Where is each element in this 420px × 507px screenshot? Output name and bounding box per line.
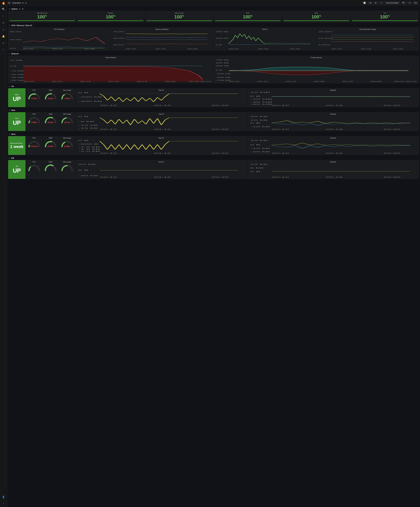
- uptime-card-5: LB 100%: [351, 11, 419, 22]
- svg-text:20:20: 20:20: [211, 129, 229, 130]
- svg-text:20:20: 20:20: [211, 153, 229, 154]
- uptime-trash-icon[interactable]: 🗑: [22, 8, 24, 10]
- disk-io-card: Disk IO 400 kB 200 kB 0 B 20:10 20:15 20…: [214, 27, 316, 51]
- svg-text:0 B: 0 B: [78, 116, 89, 117]
- db-ram-label: RAM: [49, 161, 52, 163]
- svg-text:20:15: 20:15: [155, 48, 166, 49]
- uptime-bar-1: [78, 20, 143, 21]
- uptime-section-header[interactable]: ▼ Uptime ⚙ 🗑: [8, 7, 419, 11]
- svg-text:-10 kB: -10 kB: [78, 125, 98, 126]
- chart-type-btn[interactable]: 📊: [362, 1, 367, 5]
- lb-nginx-status: Nginx UP: [8, 88, 26, 107]
- lb-ram-value: 15.92%: [48, 98, 54, 99]
- sidebar-icon-add[interactable]: +: [2, 14, 5, 18]
- svg-text:20:12: 20:12: [52, 81, 62, 82]
- lb-ram-label: RAM: [49, 89, 52, 91]
- tv-mode-btn[interactable]: 🖥: [368, 1, 372, 5]
- db-chevron: ▼: [9, 157, 10, 159]
- svg-text:0 B: 0 B: [78, 169, 89, 171]
- cpu-section-header[interactable]: ▼ CPU / Memory / Disk IO: [8, 23, 419, 27]
- uptime-card-label-0: 99systems.net: [9, 12, 75, 14]
- svg-text:20:10: 20:10: [272, 105, 289, 106]
- uptime-card-4: Web 100%: [282, 11, 350, 22]
- svg-text:-400 kB: -400 kB: [78, 101, 102, 102]
- lb-section-header[interactable]: ▼ LB: [8, 84, 419, 88]
- topbar-share[interactable]: ⇄: [25, 2, 27, 4]
- sidebar-icon-dashboards[interactable]: ⊞: [2, 21, 5, 25]
- svg-text:10 kB: 10 kB: [250, 120, 268, 121]
- svg-text:20:24: 20:24: [200, 81, 211, 82]
- db-section-header[interactable]: ▼ DB: [8, 156, 419, 160]
- svg-text:20:20: 20:20: [383, 176, 401, 178]
- topbar-star[interactable]: ★: [22, 2, 24, 4]
- svg-text:-10 kB: -10 kB: [250, 148, 270, 149]
- zoom-out-btn[interactable]: 🔍-: [401, 1, 406, 5]
- sidebar-icon-search[interactable]: 🔍: [1, 7, 6, 11]
- svg-text:-250 kB: -250 kB: [216, 73, 231, 75]
- grid-view-btn[interactable]: ⊞: [7, 1, 11, 5]
- sidebar-icon-user[interactable]: 👤: [1, 495, 6, 499]
- db-status-label: DB: [16, 165, 18, 167]
- dashboard-title: Overview: [12, 2, 21, 4]
- lb-disk-usage-label: Disk Usage: [63, 89, 71, 91]
- web-php-value: UP: [13, 120, 21, 126]
- db-disk-io-chart-card: Disk IO 20 kB 0 B -20 kB 20:10 20:15 20:…: [76, 160, 247, 179]
- sidebar-icon-alerts[interactable]: 🔔: [1, 34, 6, 39]
- lb-row: Nginx UP CPU 31.97% RAM: [8, 88, 419, 107]
- svg-text:10 MB: 10 MB: [10, 60, 22, 61]
- disk-io-chart: 400 kB 200 kB 0 B 20:10 20:15 20:20: [215, 31, 315, 49]
- db-section-label: DB: [11, 157, 14, 159]
- network-section-header[interactable]: ▼ Network: [8, 52, 419, 56]
- svg-text:5.00%: 5.00%: [319, 44, 330, 46]
- uptime-settings-icon[interactable]: ⚙: [19, 8, 21, 10]
- svg-text:20:15: 20:15: [326, 176, 343, 178]
- lb-ram-gauge-wrapper: 15.92%: [44, 92, 57, 99]
- svg-text:0 B: 0 B: [78, 140, 89, 141]
- svg-marker-31: [23, 66, 203, 81]
- sidebar-icon-shield[interactable]: 🛡: [1, 48, 6, 52]
- svg-text:-20 MB: -20 MB: [10, 74, 24, 75]
- rootfs-chart: 25.00% 15.00% 5.00% 20:10 20:15 20:20: [318, 31, 418, 49]
- public-network-card: Public Network 10 MB 0 B -10 MB -20 MB -…: [8, 56, 213, 83]
- svg-text:-20 kB: -20 kB: [250, 151, 270, 153]
- mem-disk-usage-gauge: Disk Usage 8.426%: [59, 136, 75, 155]
- settings-btn[interactable]: ⚙: [374, 1, 378, 5]
- db-cpu-gauge: CPU: [26, 160, 42, 179]
- refresh-interval-btn[interactable]: 10s: [413, 1, 418, 5]
- svg-text:20:10: 20:10: [100, 105, 117, 106]
- rootfs-title: Root Filesystem Usage: [318, 28, 418, 30]
- mem-disk-usage-gauge-wrapper: 8.426%: [61, 140, 74, 148]
- svg-text:20:20: 20:20: [383, 129, 401, 130]
- svg-text:20:20: 20:20: [187, 48, 197, 49]
- mem-memcached-value: 1 week: [10, 145, 23, 149]
- web-section-header[interactable]: ▼ Web: [8, 108, 419, 112]
- mem-memcached-label: Memcached Upti...: [10, 142, 23, 144]
- uptime-card-label-2: Memcached: [147, 12, 212, 14]
- refresh-btn[interactable]: ↻: [408, 1, 412, 5]
- cpu-charts-grid: CPU Utilization 80.0% 40.0% 0% 20:10: [8, 27, 419, 51]
- time-range-btn[interactable]: Last 15 minutes: [385, 1, 400, 5]
- web-network-chart-card: Network 20 kB 10 kB 0 B -10 kB 20:10 20:…: [248, 112, 419, 131]
- sidebar-icon-help[interactable]: ?: [2, 501, 5, 506]
- kiosk-btn[interactable]: ⛶: [379, 1, 383, 5]
- svg-text:20:12: 20:12: [257, 81, 268, 82]
- lb-ram-gauge: RAM 15.92%: [43, 88, 59, 107]
- svg-text:10 kB: 10 kB: [250, 164, 268, 165]
- sidebar-icon-explore[interactable]: ◎: [2, 27, 5, 32]
- mem-section-header[interactable]: ▼ Mem: [8, 132, 419, 136]
- svg-text:400 kB: 400 kB: [216, 31, 228, 32]
- mem-util-chart: 70.0% 40.0% 10.0% 20:10 20:15 20:20: [112, 31, 212, 49]
- svg-text:-30 MB: -30 MB: [10, 77, 24, 78]
- svg-text:20:10: 20:10: [272, 153, 289, 154]
- network-charts-grid: Public Network 10 MB 0 B -10 MB -20 MB -…: [8, 56, 419, 83]
- disk-io-title: Disk IO: [215, 28, 315, 30]
- web-cpu-label: CPU: [32, 113, 36, 115]
- mem-network-chart-card: Network 10 kB 0 B -10 kB -20 kB 20:10 20…: [248, 136, 419, 155]
- web-cpu-value: 2.990%: [31, 121, 37, 123]
- sidebar-icon-settings[interactable]: ⚙: [2, 41, 5, 45]
- web-php-label: PHP: [15, 118, 19, 119]
- uptime-bar-3: [215, 20, 280, 21]
- topbar: 🔥 ⊞ Overview ★ ⇄ 📊 🖥 ⚙ ⛶ Last 15 minutes…: [0, 0, 420, 6]
- svg-text:20:10: 20:10: [272, 176, 289, 178]
- mem-cpu-label: CPU: [32, 137, 36, 139]
